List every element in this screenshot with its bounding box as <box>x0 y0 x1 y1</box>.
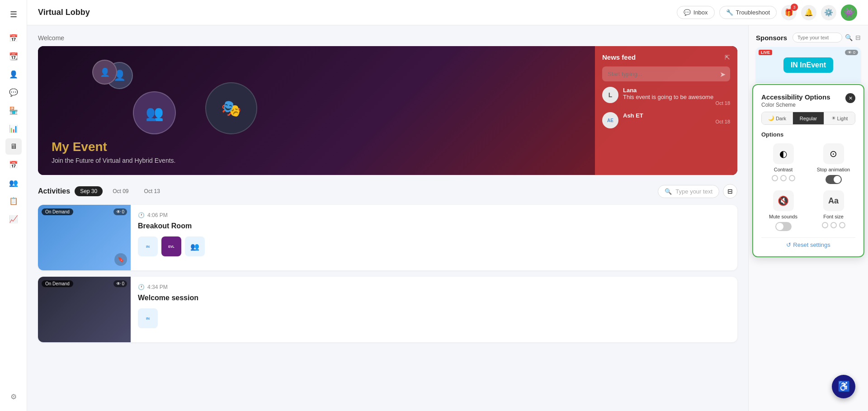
sidebar-item-config[interactable]: ⚙ <box>5 388 22 405</box>
sidebar-item-monitor[interactable]: 🖥 <box>5 138 22 155</box>
on-demand-badge-2: On Demand <box>42 280 73 287</box>
activity-card-2: On Demand 👁 0 🕐 4:34 PM Welcome session … <box>38 277 737 342</box>
accessibility-panel: Accessibility Options Color Scheme ✕ 🌙 D… <box>752 84 864 257</box>
sidebar-item-events[interactable]: 📅 <box>5 156 22 173</box>
contrast-radio-2[interactable] <box>780 175 787 181</box>
font-size-option: Aa Font size <box>811 190 855 231</box>
options-grid: ◐ Contrast ⊙ Stop animation <box>761 143 855 231</box>
reset-icon: ↺ <box>786 241 791 248</box>
sidebar: ☰ 📅 📆 👤 💬 🏪 📊 🖥 📅 👥 📋 📈 ⚙ <box>0 0 27 411</box>
notifications-button[interactable]: 🎁 3 <box>781 5 797 20</box>
stop-animation-option: ⊙ Stop animation <box>811 143 855 184</box>
moon-icon: 🌙 <box>768 115 774 121</box>
user-avatar[interactable]: 👾 <box>841 5 857 21</box>
bell-button[interactable]: 🔔 <box>801 5 816 20</box>
troubleshoot-button[interactable]: 🔧 Troubleshoot <box>719 6 777 19</box>
activities-search-bar[interactable]: 🔍 Type your text <box>658 185 719 198</box>
contrast-radio-1[interactable] <box>772 175 778 181</box>
mute-sounds-toggle[interactable] <box>775 222 792 231</box>
activity-card-1: On Demand 👁 0 🔖 🕐 4:06 PM Breakout Room … <box>38 205 737 270</box>
activity-time-2: 4:34 PM <box>147 284 168 290</box>
scheme-dark-button[interactable]: 🌙 Dark <box>762 112 793 124</box>
lana-avatar: L <box>602 87 618 103</box>
sidebar-item-people[interactable]: 👥 <box>5 175 22 191</box>
activities-title: Activities <box>38 187 70 195</box>
search-icon: 🔍 <box>665 188 672 195</box>
expand-icon[interactable]: ⇱ <box>725 54 730 61</box>
banner-subtitle: Join the Future of Virtual and Hybrid Ev… <box>52 157 175 164</box>
accessibility-fab[interactable]: ♿ <box>832 375 855 398</box>
news-date-2: Oct 18 <box>623 119 730 124</box>
sidebar-item-calendar[interactable]: 📅 <box>5 30 22 46</box>
sponsors-search[interactable] <box>793 33 842 43</box>
bell-icon: 🔔 <box>804 8 813 17</box>
activities-section: Activities Sep 30 Oct 09 Oct 13 🔍 Type y… <box>38 184 737 342</box>
clock-icon-1: 🕐 <box>138 212 145 218</box>
stop-animation-icon: ⊙ <box>823 143 844 164</box>
sidebar-item-booths[interactable]: 🏪 <box>5 102 22 118</box>
views-badge-2: 👁 0 <box>113 280 127 287</box>
stop-animation-label: Stop animation <box>817 167 850 172</box>
notification-badge: 3 <box>791 4 798 11</box>
banner-title: My Event <box>52 140 175 154</box>
sponsors-search-icon[interactable]: 🔍 <box>845 34 853 41</box>
send-icon[interactable]: ➤ <box>720 70 726 78</box>
tab-oct13[interactable]: Oct 13 <box>139 186 165 196</box>
gear-icon: ⚙️ <box>824 8 833 17</box>
sidebar-item-analytics[interactable]: 📈 <box>5 211 22 227</box>
stop-animation-toggle[interactable] <box>826 175 842 184</box>
font-radio-1[interactable] <box>822 222 828 228</box>
color-scheme-group: 🌙 Dark Regular ☀ Light <box>761 112 855 125</box>
sidebar-item-list[interactable]: 📋 <box>5 193 22 209</box>
font-radio-3[interactable] <box>839 222 845 228</box>
contrast-radio-3[interactable] <box>789 175 795 181</box>
scheme-regular-button[interactable]: Regular <box>793 112 824 124</box>
mute-sounds-option: 🔇 Mute sounds <box>761 190 805 231</box>
main-content: Welcome 👤 👥 🎭 👤 My Event Join the Future… <box>27 25 748 411</box>
tab-oct09[interactable]: Oct 09 <box>107 186 134 196</box>
welcome-banner: 👤 👥 🎭 👤 My Event Join the Future of Virt… <box>38 46 737 175</box>
inbox-icon: 💬 <box>684 9 691 16</box>
contrast-radio-group[interactable] <box>772 175 795 181</box>
avatar-4: 👤 <box>92 60 117 85</box>
settings-button[interactable]: ⚙️ <box>821 5 836 20</box>
logo-chip-inevent-1: IN <box>138 236 158 256</box>
activity-name-1: Breakout Room <box>138 222 730 230</box>
bookmark-btn-1[interactable]: 🔖 <box>114 253 127 266</box>
sidebar-item-table[interactable]: 📊 <box>5 120 22 137</box>
activities-filter-button[interactable]: ⊟ <box>723 184 737 198</box>
news-feed-input[interactable] <box>602 66 730 81</box>
logo-chip-inevent-2: IN <box>138 308 158 328</box>
live-badge-1: LIVE <box>759 50 772 55</box>
avatar-3: 🎭 <box>205 82 257 134</box>
news-feed-panel: News feed ⇱ ➤ L Lana This event is going… <box>595 46 737 175</box>
news-item-2: AE Ash ET Oct 18 <box>602 112 730 128</box>
close-panel-button[interactable]: ✕ <box>845 93 855 103</box>
sidebar-item-messages[interactable]: 💬 <box>5 84 22 100</box>
right-panel: Sponsors 🔍 ⊟ IN InEvent LIVE 👁 0 InEvent… <box>748 25 868 411</box>
options-label: Options <box>761 131 855 138</box>
sponsors-filter-icon[interactable]: ⊟ <box>855 34 861 41</box>
sun-icon: ☀ <box>831 115 836 121</box>
tab-sep30[interactable]: Sep 30 <box>75 186 103 196</box>
reset-settings-link[interactable]: ↺ Reset settings <box>761 237 855 248</box>
viewer-badge-1: 👁 0 <box>845 50 858 55</box>
sidebar-item-menu[interactable]: ☰ <box>5 6 22 23</box>
inbox-button[interactable]: 💬 Inbox <box>677 6 715 19</box>
color-scheme-label: Color Scheme <box>761 102 830 108</box>
ash-avatar: AE <box>602 112 618 128</box>
sidebar-item-schedule[interactable]: 📆 <box>5 48 22 64</box>
sidebar-item-speakers[interactable]: 👤 <box>5 66 22 82</box>
scheme-light-button[interactable]: ☀ Light <box>824 112 855 124</box>
avatar-2: 👥 <box>133 91 176 134</box>
news-feed-title: News feed <box>602 53 636 61</box>
news-text-1: This event is going to be awesome <box>623 94 730 100</box>
contrast-label: Contrast <box>774 167 793 172</box>
news-date-1: Oct 18 <box>623 100 730 106</box>
font-size-radio-group[interactable] <box>822 222 845 228</box>
contrast-option: ◐ Contrast <box>761 143 805 184</box>
activity-time-1: 4:06 PM <box>147 212 168 218</box>
font-radio-2[interactable] <box>830 222 837 228</box>
panel-title: Accessibility Options <box>761 93 830 101</box>
mute-sounds-label: Mute sounds <box>769 214 797 219</box>
